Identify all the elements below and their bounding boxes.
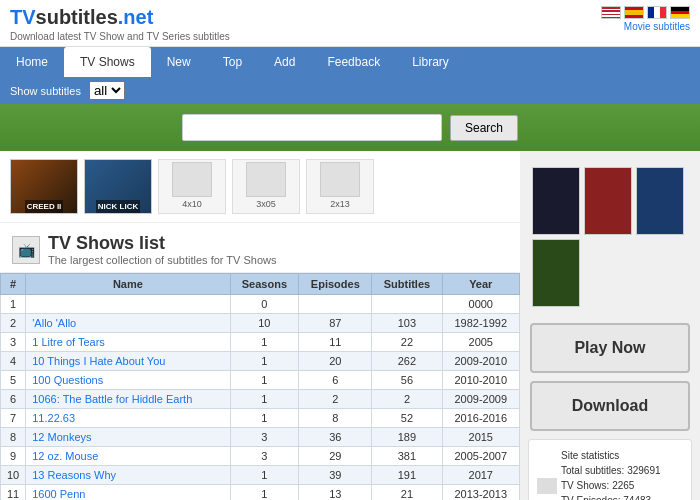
thumb-placeholder-1[interactable]: 4x10 xyxy=(158,159,226,214)
nav-top[interactable]: Top xyxy=(207,47,258,77)
cell-seasons: 1 xyxy=(230,409,299,428)
nav-new[interactable]: New xyxy=(151,47,207,77)
show-link[interactable]: 10 Things I Hate About You xyxy=(32,355,165,367)
cell-subtitles: 2 xyxy=(372,390,442,409)
show-link[interactable]: 'Allo 'Allo xyxy=(32,317,76,329)
cell-year: 2005 xyxy=(442,333,519,352)
cell-seasons: 3 xyxy=(230,428,299,447)
show-link[interactable]: 100 Questions xyxy=(32,374,103,386)
cell-name: 'Allo 'Allo xyxy=(26,314,230,333)
nav-library[interactable]: Library xyxy=(396,47,465,77)
cell-num: 5 xyxy=(1,371,26,390)
col-header-year: Year xyxy=(442,274,519,295)
stats-tvshows-value: 2265 xyxy=(612,480,634,491)
site-logo[interactable]: TVsubtitles.net xyxy=(10,6,230,29)
stats-tvshows-label: TV Shows: xyxy=(561,480,609,491)
cell-name: 12 Monkeys xyxy=(26,428,230,447)
subtitle-select[interactable]: all xyxy=(89,81,125,100)
movie-subtitles-link[interactable]: Movie subtitles xyxy=(624,21,690,32)
nav-feedback[interactable]: Feedback xyxy=(311,47,396,77)
cell-num: 2 xyxy=(1,314,26,333)
thumb-placeholder-img-1 xyxy=(172,162,212,197)
table-row: 100000 xyxy=(1,295,520,314)
thumb-placeholder-3[interactable]: 2x13 xyxy=(306,159,374,214)
table-row: 912 oz. Mouse3293812005-2007 xyxy=(1,447,520,466)
cell-year: 2015 xyxy=(442,428,519,447)
nav-home[interactable]: Home xyxy=(0,47,64,77)
thumb-label-1: 4x10 xyxy=(182,199,202,209)
cell-subtitles: 52 xyxy=(372,409,442,428)
thumb-label-2: 3x05 xyxy=(256,199,276,209)
cell-num: 4 xyxy=(1,352,26,371)
show-link[interactable]: 1600 Penn xyxy=(32,488,85,500)
stats-tv-shows: TV Shows: 2265 xyxy=(561,478,672,493)
cell-episodes: 6 xyxy=(299,371,372,390)
flag-us[interactable] xyxy=(601,6,621,19)
cell-subtitles: 56 xyxy=(372,371,442,390)
cell-seasons: 0 xyxy=(230,295,299,314)
table-row: 111600 Penn113212013-2013 xyxy=(1,485,520,501)
tv-shows-icon: 📺 xyxy=(12,236,40,264)
header-right: Movie subtitles xyxy=(601,6,690,32)
cell-episodes xyxy=(299,295,372,314)
thumb-placeholder-img-3 xyxy=(320,162,360,197)
col-header-episodes: Episodes xyxy=(299,274,372,295)
sidebar-posters xyxy=(528,159,692,315)
cell-seasons: 1 xyxy=(230,371,299,390)
subtitle-filter-bar: Show subtitles all xyxy=(0,77,700,104)
cell-seasons: 1 xyxy=(230,390,299,409)
shows-title: TV Shows list xyxy=(48,233,276,254)
show-link[interactable]: 13 Reasons Why xyxy=(32,469,116,481)
show-link[interactable]: 11.22.63 xyxy=(32,412,75,424)
stats-tv-episodes: TV Episodes: 74483 xyxy=(561,493,672,500)
cell-subtitles: 189 xyxy=(372,428,442,447)
stats-title: Site statistics xyxy=(561,448,672,463)
table-row: 5100 Questions16562010-2010 xyxy=(1,371,520,390)
thumb-nick-label: NICK LICK xyxy=(96,200,140,213)
cell-year: 0000 xyxy=(442,295,519,314)
cell-episodes: 20 xyxy=(299,352,372,371)
search-input[interactable] xyxy=(182,114,442,141)
header-tagline: Download latest TV Show and TV Series su… xyxy=(10,31,230,42)
cell-year: 2013-2013 xyxy=(442,485,519,501)
logo-net: .net xyxy=(118,6,154,28)
poster-4[interactable] xyxy=(532,239,580,307)
thumb-creed[interactable]: CREED II xyxy=(10,159,78,214)
stats-icon xyxy=(537,478,557,494)
cell-num: 11 xyxy=(1,485,26,501)
cell-seasons: 1 xyxy=(230,333,299,352)
poster-3[interactable] xyxy=(636,167,684,235)
thumb-nick[interactable]: NICK LICK xyxy=(84,159,152,214)
table-body: 1000002'Allo 'Allo10871031982-199231 Lit… xyxy=(1,295,520,501)
flag-fr[interactable] xyxy=(647,6,667,19)
flag-es[interactable] xyxy=(624,6,644,19)
shows-title-section: 📺 TV Shows list The largest collection o… xyxy=(0,223,520,273)
sidebar: Play Now Download Site statistics Total … xyxy=(520,151,700,500)
poster-1[interactable] xyxy=(532,167,580,235)
stats-total-label: Total subtitles: xyxy=(561,465,624,476)
logo-tv: TV xyxy=(10,6,36,28)
cell-episodes: 36 xyxy=(299,428,372,447)
col-header-num: # xyxy=(1,274,26,295)
cell-subtitles: 22 xyxy=(372,333,442,352)
nav-tv-shows[interactable]: TV Shows xyxy=(64,47,151,77)
main-layout: CREED II NICK LICK 4x10 3x05 2x13 xyxy=(0,151,700,500)
flag-de[interactable] xyxy=(670,6,690,19)
search-button[interactable]: Search xyxy=(450,115,518,141)
cell-episodes: 29 xyxy=(299,447,372,466)
show-link[interactable]: 1066: The Battle for Hiddle Earth xyxy=(32,393,192,405)
play-now-button[interactable]: Play Now xyxy=(530,323,690,373)
poster-2[interactable] xyxy=(584,167,632,235)
shows-subtitle: The largest collection of subtitles for … xyxy=(48,254,276,266)
thumb-placeholder-2[interactable]: 3x05 xyxy=(232,159,300,214)
cell-year: 2009-2009 xyxy=(442,390,519,409)
cell-seasons: 1 xyxy=(230,466,299,485)
show-link[interactable]: 1 Litre of Tears xyxy=(32,336,105,348)
nav-add[interactable]: Add xyxy=(258,47,311,77)
cell-num: 7 xyxy=(1,409,26,428)
language-flags[interactable] xyxy=(601,6,690,19)
show-link[interactable]: 12 oz. Mouse xyxy=(32,450,98,462)
show-link[interactable]: 12 Monkeys xyxy=(32,431,91,443)
cell-name: 1066: The Battle for Hiddle Earth xyxy=(26,390,230,409)
download-button[interactable]: Download xyxy=(530,381,690,431)
